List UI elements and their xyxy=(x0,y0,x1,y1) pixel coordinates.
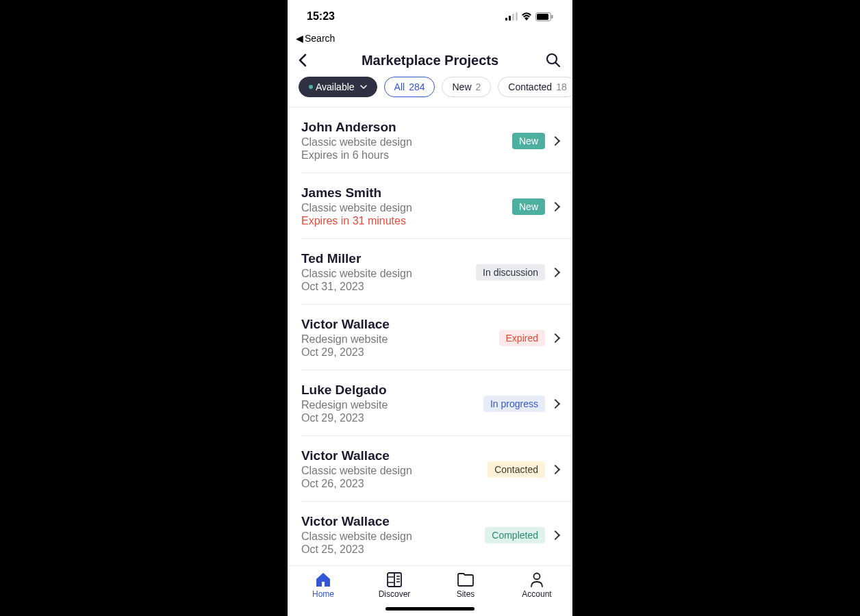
project-desc: Redesign website xyxy=(301,399,483,411)
project-name: Victor Wallace xyxy=(301,448,488,463)
filter-bar: Available All 284New 2Contacted 18In xyxy=(288,77,572,107)
project-date: Oct 29, 2023 xyxy=(301,346,499,359)
status-badge: New xyxy=(512,133,545,149)
tab-home[interactable]: Home xyxy=(288,572,359,599)
svg-rect-3 xyxy=(516,12,518,21)
project-right: In discussion xyxy=(476,264,559,281)
home-icon xyxy=(315,572,331,588)
back-search-label: Search xyxy=(305,33,335,44)
project-info: James SmithClassic website designExpires… xyxy=(301,185,512,227)
sites-icon xyxy=(457,572,474,588)
filter-tab-label: All xyxy=(394,81,405,92)
chevron-right-icon xyxy=(551,333,560,342)
status-badge: In progress xyxy=(483,396,545,412)
filter-tab-count: 284 xyxy=(409,81,425,92)
discover-icon xyxy=(386,572,403,588)
tab-label: Sites xyxy=(457,589,475,599)
project-name: Luke Delgado xyxy=(301,383,483,398)
project-desc: Classic website design xyxy=(301,202,512,214)
chevron-down-icon xyxy=(360,85,367,89)
project-name: James Smith xyxy=(301,185,512,201)
battery-icon xyxy=(535,12,553,21)
status-badge: Contacted xyxy=(488,461,545,478)
project-date: Expires in 31 minutes xyxy=(301,215,512,227)
signal-icon xyxy=(505,12,518,21)
back-button[interactable] xyxy=(299,52,315,68)
header: Marketplace Projects xyxy=(288,45,572,77)
chevron-right-icon xyxy=(551,398,560,408)
filter-tab-label: New xyxy=(452,81,471,92)
project-row[interactable]: Victor WallaceRedesign websiteOct 29, 20… xyxy=(288,305,572,370)
project-row[interactable]: Victor WallaceClassic website designOct … xyxy=(288,502,572,565)
project-date: Oct 31, 2023 xyxy=(301,281,476,293)
status-badge: New xyxy=(512,198,545,215)
tab-sites[interactable]: Sites xyxy=(430,572,501,599)
chevron-right-icon xyxy=(551,201,560,211)
project-list[interactable]: John AndersonClassic website designExpir… xyxy=(288,107,572,565)
phone-frame: 15:23 ◀ Search Marketplace Projects Avai… xyxy=(288,0,572,616)
svg-rect-2 xyxy=(512,14,514,21)
project-desc: Classic website design xyxy=(301,268,476,280)
project-name: John Anderson xyxy=(301,120,512,135)
status-badge: In discussion xyxy=(476,264,545,281)
page-title: Marketplace Projects xyxy=(315,53,545,68)
project-row[interactable]: James SmithClassic website designExpires… xyxy=(288,173,572,238)
status-time: 15:23 xyxy=(307,10,335,23)
wifi-icon xyxy=(521,12,532,21)
chevron-right-icon xyxy=(551,464,560,474)
svg-rect-6 xyxy=(552,15,553,18)
filter-tab-all[interactable]: All 284 xyxy=(384,77,435,97)
filter-tab-new[interactable]: New 2 xyxy=(442,77,491,97)
project-desc: Classic website design xyxy=(301,530,485,543)
tab-label: Account xyxy=(522,589,551,599)
availability-label: Available xyxy=(316,81,355,92)
project-name: Victor Wallace xyxy=(301,317,499,332)
project-right: In progress xyxy=(483,396,559,412)
tab-label: Discover xyxy=(379,589,411,599)
project-right: New xyxy=(512,198,559,215)
project-row[interactable]: Victor WallaceClassic website designOct … xyxy=(288,436,572,501)
svg-rect-1 xyxy=(509,16,511,21)
project-desc: Classic website design xyxy=(301,136,512,149)
project-date: Oct 29, 2023 xyxy=(301,412,483,424)
filter-tab-contacted[interactable]: Contacted 18 xyxy=(498,77,572,97)
chevron-left-icon xyxy=(299,53,307,67)
chevron-right-icon xyxy=(551,530,560,539)
back-search-arrow-icon: ◀ xyxy=(296,33,303,44)
project-right: Contacted xyxy=(488,461,559,478)
project-desc: Redesign website xyxy=(301,333,499,346)
chevron-right-icon xyxy=(551,136,560,145)
project-row[interactable]: John AndersonClassic website designExpir… xyxy=(288,107,572,172)
status-badge: Expired xyxy=(499,330,545,346)
account-icon xyxy=(529,572,545,588)
project-date: Oct 26, 2023 xyxy=(301,478,488,490)
project-row[interactable]: Ted MillerClassic website designOct 31, … xyxy=(288,239,572,304)
project-date: Expires in 6 hours xyxy=(301,149,512,162)
svg-rect-0 xyxy=(505,18,507,21)
project-date: Oct 25, 2023 xyxy=(301,543,485,556)
tab-account[interactable]: Account xyxy=(501,572,572,599)
chevron-right-icon xyxy=(551,267,560,277)
project-name: Ted Miller xyxy=(301,251,476,266)
svg-rect-5 xyxy=(537,14,548,20)
home-indicator[interactable] xyxy=(385,607,475,611)
status-icons xyxy=(505,12,553,21)
tab-label: Home xyxy=(312,589,334,599)
project-right: Expired xyxy=(499,330,559,346)
availability-filter[interactable]: Available xyxy=(299,77,377,97)
svg-line-8 xyxy=(556,63,560,67)
search-button[interactable] xyxy=(545,52,561,68)
project-info: Victor WallaceClassic website designOct … xyxy=(301,448,488,490)
project-info: Luke DelgadoRedesign websiteOct 29, 2023 xyxy=(301,383,483,424)
project-info: Victor WallaceRedesign websiteOct 29, 20… xyxy=(301,317,499,359)
tab-discover[interactable]: Discover xyxy=(359,572,430,599)
project-row[interactable]: Luke DelgadoRedesign websiteOct 29, 2023… xyxy=(288,370,572,435)
status-dot-icon xyxy=(309,85,313,89)
project-info: John AndersonClassic website designExpir… xyxy=(301,120,512,162)
svg-point-16 xyxy=(534,574,540,580)
project-name: Victor Wallace xyxy=(301,514,485,529)
filter-tab-label: Contacted xyxy=(508,81,552,92)
back-search-link[interactable]: ◀ Search xyxy=(288,33,572,45)
filter-tab-count: 2 xyxy=(476,81,481,92)
status-bar: 15:23 xyxy=(288,0,572,33)
